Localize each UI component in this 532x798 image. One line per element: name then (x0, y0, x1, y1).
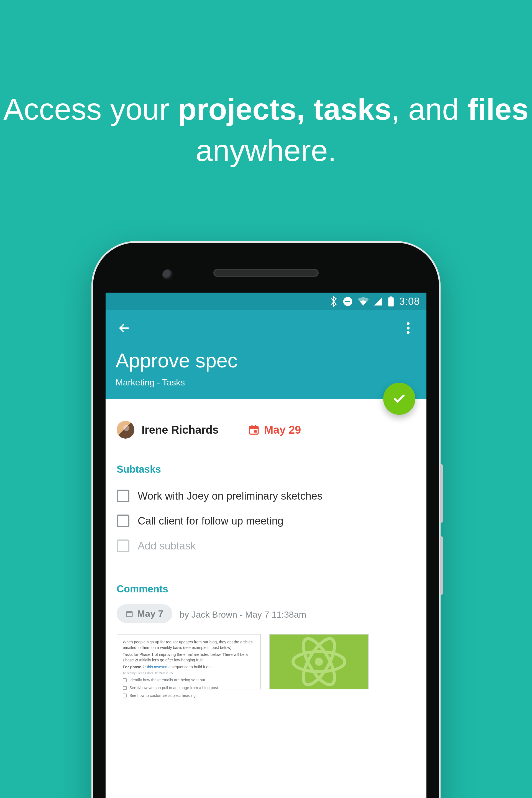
subtask-label: Work with Joey on preliminary sketches (138, 490, 323, 502)
checkbox-icon (117, 539, 129, 552)
task-breadcrumb: Marketing - Tasks (116, 377, 416, 388)
svg-rect-1 (345, 301, 350, 302)
checkbox-icon[interactable] (117, 515, 129, 527)
subtask-label: Call client for follow up meeting (138, 515, 283, 527)
status-time: 3:08 (399, 296, 420, 307)
phone-frame: 3:08 Approve spec Marketing - Tasks (92, 241, 440, 798)
svg-point-6 (407, 331, 410, 334)
calendar-icon (126, 610, 133, 618)
assignee-name: Irene Richards (141, 424, 218, 436)
svg-rect-13 (127, 611, 132, 613)
wifi-icon (358, 297, 369, 306)
attachment-image[interactable] (269, 634, 369, 689)
comment-meta: by Jack Brown - May 7 11:38am (179, 610, 306, 620)
battery-icon (388, 297, 394, 306)
add-subtask-row[interactable]: Add subtask (117, 533, 415, 558)
comment-chip-label: May 7 (137, 608, 164, 619)
subtask-row[interactable]: Call client for follow up meeting (117, 509, 415, 533)
svg-rect-10 (255, 425, 256, 428)
task-title: Approve spec (116, 349, 416, 372)
app-bar: Approve spec Marketing - Tasks (106, 310, 426, 399)
phone-speaker (213, 269, 319, 277)
svg-point-5 (407, 327, 410, 329)
complete-task-fab[interactable] (383, 383, 415, 415)
status-bar: 3:08 (106, 292, 426, 310)
marketing-headline: Access your projects, tasks, and files a… (0, 89, 532, 171)
subtasks-heading: Subtasks (117, 463, 415, 475)
svg-point-17 (315, 658, 323, 666)
svg-rect-8 (249, 426, 258, 429)
assignee-row[interactable]: Irene Richards May 29 (117, 421, 415, 439)
add-subtask-placeholder: Add subtask (138, 540, 196, 552)
cell-signal-icon (374, 297, 383, 306)
svg-rect-2 (388, 297, 394, 306)
dnd-icon (343, 297, 353, 306)
overflow-menu-button[interactable] (400, 320, 416, 336)
phone-notch (93, 243, 439, 292)
svg-rect-11 (254, 430, 257, 433)
attachments-row: When people sign up for regular updates … (117, 634, 415, 689)
subtask-row[interactable]: Work with Joey on preliminary sketches (117, 483, 415, 509)
bluetooth-icon (330, 296, 338, 307)
svg-point-4 (407, 322, 410, 325)
back-button[interactable] (116, 320, 132, 336)
checkbox-icon[interactable] (117, 490, 129, 502)
front-camera (163, 269, 173, 280)
comment-date-chip[interactable]: May 7 (117, 604, 172, 623)
svg-rect-9 (251, 425, 252, 428)
assignee-avatar (117, 421, 134, 439)
due-date[interactable]: May 29 (248, 424, 301, 436)
check-icon (392, 391, 407, 406)
arrow-left-icon (117, 321, 131, 335)
more-vert-icon (406, 322, 410, 334)
attachment-document[interactable]: When people sign up for regular updates … (117, 634, 261, 689)
phone-screen: 3:08 Approve spec Marketing - Tasks (106, 292, 426, 798)
comments-heading: Comments (117, 583, 415, 595)
atom-icon (288, 637, 349, 687)
due-date-label: May 29 (264, 424, 301, 436)
svg-rect-3 (390, 297, 392, 298)
calendar-icon (248, 424, 260, 436)
